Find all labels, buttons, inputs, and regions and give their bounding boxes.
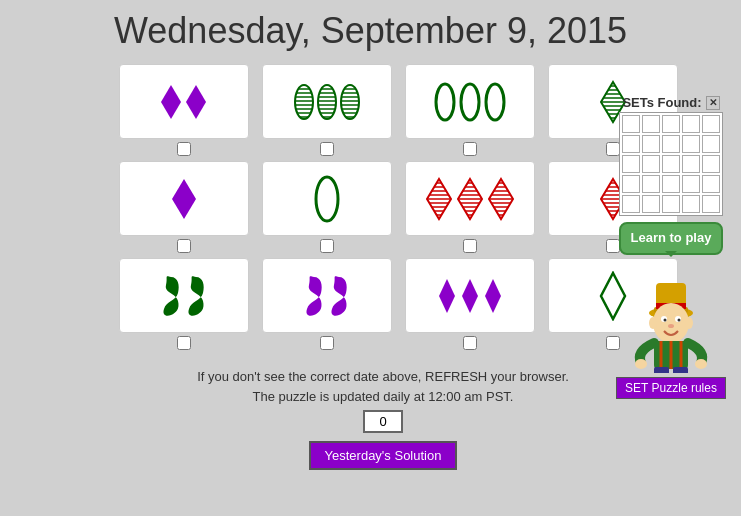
mascot-illustration <box>626 263 716 373</box>
sets-cell <box>642 195 660 213</box>
sets-cell <box>702 195 720 213</box>
sets-cell <box>622 155 640 173</box>
sets-cell <box>662 135 680 153</box>
card-cell-2 <box>259 64 394 159</box>
bottom-row <box>363 410 403 433</box>
svg-point-33 <box>668 324 674 328</box>
sets-cell <box>702 115 720 133</box>
card-3-checkbox[interactable] <box>463 142 477 156</box>
sets-cell <box>702 135 720 153</box>
sets-cell <box>662 195 680 213</box>
sets-cell <box>622 175 640 193</box>
card-2[interactable] <box>262 64 392 139</box>
svg-point-31 <box>664 318 667 321</box>
sets-row <box>622 155 720 173</box>
shape-oval-outline-3 <box>484 82 506 122</box>
sets-cell <box>622 135 640 153</box>
card-cell-6 <box>259 161 394 256</box>
svg-rect-42 <box>654 367 669 373</box>
shape-oval-striped-3 <box>340 83 360 121</box>
squiggle-green-1 <box>160 275 182 317</box>
shape-diamond-purple-2 <box>460 277 480 315</box>
sets-cell <box>642 115 660 133</box>
sets-row <box>622 175 720 193</box>
card-cell-3 <box>402 64 537 159</box>
svg-point-32 <box>678 318 681 321</box>
svg-marker-21 <box>462 279 478 313</box>
card-9[interactable] <box>119 258 249 333</box>
svg-marker-20 <box>439 279 455 313</box>
card-10[interactable] <box>262 258 392 333</box>
squiggle-purple-2 <box>328 275 350 317</box>
card-7-checkbox[interactable] <box>463 239 477 253</box>
sets-cell <box>682 135 700 153</box>
svg-point-7 <box>436 84 454 120</box>
svg-marker-0 <box>161 85 181 119</box>
svg-point-41 <box>695 359 707 369</box>
svg-point-5 <box>318 85 336 119</box>
card-1-checkbox[interactable] <box>177 142 191 156</box>
svg-marker-1 <box>186 85 206 119</box>
card-6[interactable] <box>262 161 392 236</box>
shape-diamond-2 <box>185 83 207 121</box>
card-cell-5 <box>116 161 251 256</box>
card-5[interactable] <box>119 161 249 236</box>
squiggle-purple-1 <box>303 275 325 317</box>
card-11[interactable] <box>405 258 535 333</box>
info-line1: If you don't see the correct date above,… <box>197 369 569 384</box>
svg-rect-43 <box>673 367 688 373</box>
card-9-checkbox[interactable] <box>177 336 191 350</box>
svg-point-35 <box>685 317 693 329</box>
card-1[interactable] <box>119 64 249 139</box>
shape-oval-striped-2 <box>317 83 337 121</box>
svg-point-14 <box>316 177 338 221</box>
info-line2: The puzzle is updated daily at 12:00 am … <box>253 389 514 404</box>
sets-row <box>622 135 720 153</box>
sets-found-header: SETs Found: ✕ <box>622 95 719 110</box>
main-container: Wednesday, September 9, 2015 <box>0 0 741 516</box>
shape-diamond-1 <box>160 83 182 121</box>
squiggle-green-2 <box>185 275 207 317</box>
svg-point-28 <box>653 303 689 343</box>
card-6-checkbox[interactable] <box>320 239 334 253</box>
card-2-checkbox[interactable] <box>320 142 334 156</box>
shape-oval-outline-2 <box>459 82 481 122</box>
sets-cell <box>682 195 700 213</box>
svg-point-6 <box>341 85 359 119</box>
yesterday-button[interactable]: Yesterday's Solution <box>309 441 458 470</box>
shape-oval-outline-1 <box>434 82 456 122</box>
sets-cell <box>662 175 680 193</box>
sets-cell <box>702 155 720 173</box>
card-11-checkbox[interactable] <box>463 336 477 350</box>
card-cell-9 <box>116 258 251 353</box>
sets-cell <box>622 115 640 133</box>
card-5-checkbox[interactable] <box>177 239 191 253</box>
sets-cell <box>682 155 700 173</box>
sets-found-label: SETs Found: <box>622 95 701 110</box>
svg-marker-22 <box>485 279 501 313</box>
info-text: If you don't see the correct date above,… <box>197 367 569 406</box>
sets-cell <box>642 135 660 153</box>
shape-diamond-purple-1 <box>437 277 457 315</box>
close-button[interactable]: ✕ <box>706 96 720 110</box>
sets-cell <box>702 175 720 193</box>
shape-oval-striped-1 <box>294 83 314 121</box>
shape-diamond-purple-3 <box>483 277 503 315</box>
svg-marker-13 <box>172 179 196 219</box>
card-cell-11 <box>402 258 537 353</box>
set-puzzle-rules-button[interactable]: SET Puzzle rules <box>616 377 726 399</box>
shape-diamond-red-striped-3 <box>487 177 515 221</box>
right-panel: SETs Found: ✕ <box>606 95 736 399</box>
card-10-checkbox[interactable] <box>320 336 334 350</box>
svg-point-9 <box>486 84 504 120</box>
card-3[interactable] <box>405 64 535 139</box>
sets-row <box>622 195 720 213</box>
card-cell-10 <box>259 258 394 353</box>
card-7[interactable] <box>405 161 535 236</box>
sets-cell <box>642 175 660 193</box>
sets-row <box>622 115 720 133</box>
svg-point-8 <box>461 84 479 120</box>
refresh-input[interactable] <box>363 410 403 433</box>
learn-to-play-button[interactable]: Learn to play <box>619 222 724 255</box>
sets-cell <box>662 155 680 173</box>
